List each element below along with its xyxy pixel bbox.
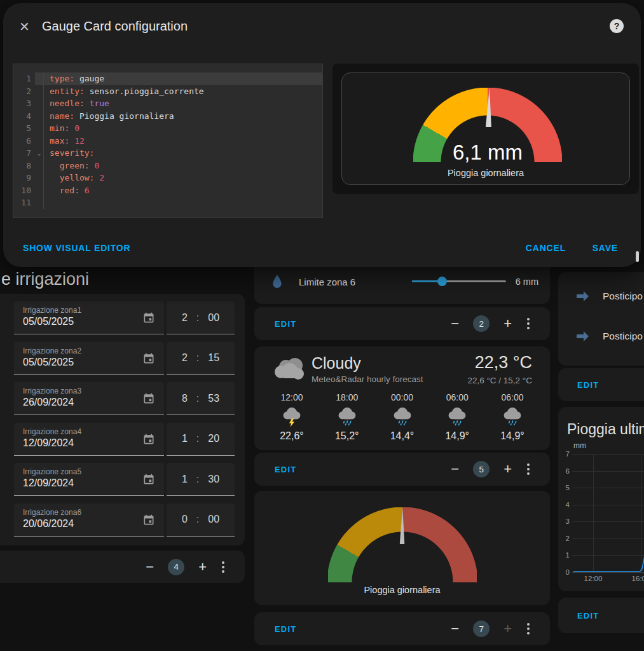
date-field[interactable]: Irrigazione zona105/05/2025: [14, 301, 164, 334]
gridline: [572, 572, 644, 573]
rain-line-series: [572, 454, 644, 572]
time-colon: :: [196, 433, 199, 444]
dialog-scrollbar-thumb[interactable]: [636, 251, 639, 262]
date-field-label: Irrigazione zona4: [23, 427, 156, 436]
decrement-button[interactable]: −: [451, 317, 459, 331]
code-line[interactable]: 8 green: 0: [13, 160, 322, 172]
cancel-button[interactable]: CANCEL: [526, 243, 566, 253]
irrigation-card-footer: − 4 +: [0, 551, 245, 583]
time-hour: 2: [182, 352, 188, 364]
code-line[interactable]: 1type: gauge: [13, 72, 322, 85]
decrement-button[interactable]: −: [451, 622, 459, 636]
date-field-value: 12/09/2024: [23, 477, 156, 489]
increment-button[interactable]: +: [504, 462, 512, 476]
line-number: 10: [13, 184, 35, 197]
save-button[interactable]: SAVE: [593, 243, 618, 253]
date-field[interactable]: Irrigazione zona512/09/2024: [14, 463, 164, 496]
kebab-menu-icon[interactable]: [526, 317, 531, 331]
code-line[interactable]: 3needle: true: [13, 97, 322, 110]
fold-gutter: [35, 172, 43, 184]
code-line-text: [43, 196, 322, 209]
time-minute: 30: [208, 474, 219, 485]
show-visual-editor-button[interactable]: SHOW VISUAL EDITOR: [23, 243, 130, 253]
slider-thumb[interactable]: [437, 277, 447, 286]
line-number: 8: [13, 160, 35, 172]
chart-plot-area: [572, 454, 644, 572]
y-axis-tick-label: 0: [559, 568, 570, 576]
postpone-item[interactable]: Posticipo z: [558, 326, 644, 346]
weather-condition: Cloudy: [312, 354, 361, 373]
forecast-time: 00:00: [391, 392, 413, 402]
code-line[interactable]: 5min: 0: [13, 122, 322, 135]
time-field[interactable]: 1:30: [167, 463, 235, 496]
card-footer: EDIT: [558, 368, 644, 401]
time-field[interactable]: 1:20: [167, 423, 235, 456]
postpone-item-label: Posticipo z: [603, 291, 644, 302]
code-line[interactable]: 7⌄severity:: [13, 147, 322, 160]
decrement-button[interactable]: −: [451, 462, 459, 476]
time-minute: 20: [208, 433, 219, 444]
date-field-label: Irrigazione zona2: [23, 346, 156, 355]
line-number: 3: [13, 97, 35, 110]
date-field-value: 05/05/2025: [23, 316, 156, 327]
y-axis-tick-label: 3: [559, 517, 570, 525]
weather-temperature: 22,3 °C: [475, 353, 532, 373]
gauge-label: Pioggia giornaliera: [342, 168, 629, 178]
irrigation-row: Irrigazione zona512/09/20241:30: [14, 463, 235, 496]
yaml-code-editor[interactable]: 1type: gauge2entity: sensor.pioggia_corr…: [13, 64, 323, 218]
increment-button[interactable]: +: [504, 317, 512, 331]
edit-button[interactable]: EDIT: [577, 611, 599, 620]
fold-gutter: [35, 135, 43, 147]
forecast-temperature: 14,9°: [445, 430, 469, 442]
kebab-menu-icon[interactable]: [526, 622, 531, 636]
gauge-card[interactable]: Pioggia giornaliera: [254, 491, 550, 605]
line-number: 4: [13, 110, 35, 123]
code-line[interactable]: 10 red: 6: [13, 184, 322, 197]
code-line[interactable]: 6max: 12: [13, 135, 322, 147]
time-field[interactable]: 8:53: [167, 382, 235, 415]
time-field[interactable]: 2:00: [167, 301, 235, 334]
time-field[interactable]: 0:00: [167, 504, 235, 537]
decrement-button[interactable]: −: [146, 560, 154, 574]
fold-gutter: [35, 110, 43, 123]
kebab-menu-icon[interactable]: [221, 560, 226, 574]
fold-caret-icon[interactable]: ⌄: [35, 147, 43, 160]
date-field[interactable]: Irrigazione zona620/06/2024: [14, 504, 164, 537]
kebab-menu-icon[interactable]: [526, 462, 531, 476]
rain-history-chart-card[interactable]: Pioggia ultim mm 0123456712:0016:00: [558, 407, 644, 591]
cloudy-weather-icon: [271, 355, 308, 385]
forecast-time: 18:00: [336, 392, 358, 402]
line-number: 6: [13, 135, 35, 147]
time-colon: :: [196, 514, 199, 525]
edit-button[interactable]: EDIT: [275, 624, 296, 634]
gauge: [328, 507, 477, 582]
code-line[interactable]: 11: [13, 196, 322, 209]
code-line-text: yellow: 2: [43, 172, 322, 184]
code-line[interactable]: 2entity: sensor.pioggia_corrente: [13, 85, 322, 98]
increment-button[interactable]: +: [198, 560, 207, 574]
date-field[interactable]: Irrigazione zona412/09/2024: [14, 423, 164, 456]
card-footer: EDIT − 5 +: [254, 453, 550, 486]
y-axis-tick-label: 5: [559, 484, 570, 491]
date-field-value: 20/06/2024: [23, 518, 156, 530]
help-icon[interactable]: ?: [610, 19, 624, 33]
code-line[interactable]: 9 yellow: 2: [13, 172, 322, 184]
edit-button[interactable]: EDIT: [275, 465, 296, 474]
close-icon[interactable]: ✕: [19, 19, 30, 34]
limit-slider[interactable]: [412, 280, 506, 282]
increment-button[interactable]: +: [504, 622, 512, 636]
edit-button[interactable]: EDIT: [577, 380, 599, 390]
code-line[interactable]: 4name: Pioggia giornaliera: [13, 110, 322, 123]
weather-card[interactable]: Cloudy Meteo&Radar hourly forecast 22,3 …: [254, 346, 550, 450]
date-field[interactable]: Irrigazione zona326/09/2024: [14, 382, 164, 415]
postpone-item[interactable]: Posticipo z: [558, 286, 644, 306]
time-field[interactable]: 2:15: [167, 342, 235, 375]
forecast-row: 12:0022,6°18:0015,2°00:0014,4°06:0014,9°…: [272, 392, 532, 446]
date-field[interactable]: Irrigazione zona205/05/2025: [14, 342, 164, 375]
edit-button[interactable]: EDIT: [275, 319, 296, 329]
fold-gutter: [35, 122, 43, 135]
chart-unit-label: mm: [573, 441, 586, 450]
fold-gutter: [35, 196, 43, 209]
forecast-column: 06:0014,9°: [493, 392, 532, 446]
date-field-value: 05/05/2025: [23, 357, 156, 368]
